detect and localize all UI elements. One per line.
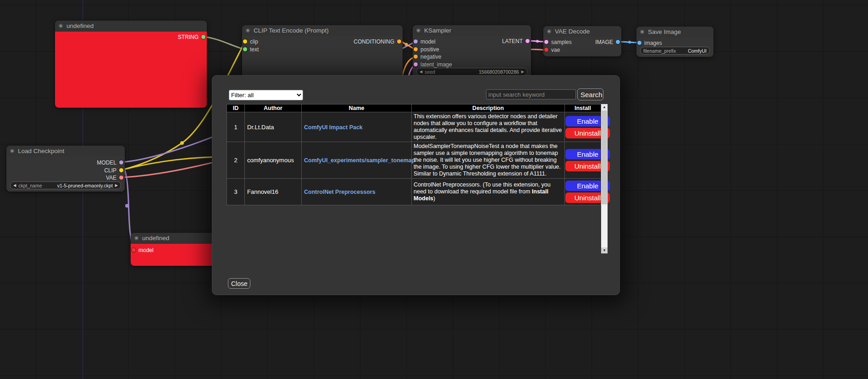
node-undefined-bottom[interactable]: undefined model [131,233,216,266]
column-header: Install [565,104,601,112]
link-midpoint-dot [536,40,539,43]
scrollbar-thumb[interactable] [602,110,607,204]
extension-name: ComfyUI Impact Pack [302,112,412,142]
filter-select[interactable]: Filter: all [229,90,303,100]
node-collapse-dot[interactable] [59,24,63,28]
input-slot-samples[interactable] [544,40,548,44]
extension-id: 1 [227,112,245,142]
output-slot-clip[interactable] [119,168,123,172]
extension-install-cell: EnableUninstall [565,179,601,205]
extension-author: comfyanonymous [245,142,302,179]
comfyui-canvas[interactable]: undefined STRING CLIP Text Encode (Promp… [0,0,868,379]
search-input[interactable] [486,89,576,99]
input-slot-positive[interactable] [414,47,418,51]
node-undefined-top[interactable]: undefined STRING [55,21,207,108]
ckpt-name-widget[interactable]: ◀ ckpt_name v1-5-pruned-emaonly.ckpt ▶ [10,181,121,189]
input-slot-vae[interactable] [544,48,548,52]
input-slot-negative[interactable] [414,55,418,59]
node-title: KSampler [424,27,451,34]
error-node-body [55,32,207,108]
extension-row: 2comfyanonymousComfyUI_experiments/sampl… [227,142,601,179]
extension-install-cell: EnableUninstall [565,112,601,142]
extension-name: ControlNet Preprocessors [302,179,412,205]
next-arrow-icon[interactable]: ▶ [521,68,524,75]
prev-arrow-icon[interactable]: ◀ [420,68,422,75]
column-header: Description [412,104,565,112]
link-midpoint-dot [125,204,129,208]
output-slot-conditioning[interactable] [397,39,401,44]
close-button[interactable]: Close [228,278,250,289]
extension-row: 1Dr.Lt.DataComfyUI Impact PackThis exten… [227,112,601,142]
scroll-down-icon[interactable]: ▼ [601,247,608,253]
extension-author: Dr.Lt.Data [245,112,302,142]
node-collapse-dot[interactable] [640,30,644,34]
node-title: VAE Decode [555,28,590,35]
input-slot-text[interactable] [243,47,247,51]
extension-table-body: 1Dr.Lt.DataComfyUI Impact PackThis exten… [227,112,601,205]
node-collapse-dot[interactable] [10,149,14,153]
extension-author: Fannovel16 [245,179,302,205]
scroll-up-icon[interactable]: ▲ [601,104,608,110]
extension-row: 3Fannovel16ControlNet PreprocessorsContr… [227,179,601,205]
input-slot-clip[interactable] [243,39,247,44]
extension-link[interactable]: ComfyUI_experiments/sampler_tonemap [304,157,415,164]
extension-description: This extension offers various detector n… [412,112,565,142]
output-slot-model[interactable] [119,160,123,165]
node-collapse-dot[interactable] [246,28,250,33]
prev-arrow-icon[interactable]: ◀ [13,182,16,189]
next-arrow-icon[interactable]: ▶ [115,182,118,189]
extension-id: 2 [227,142,245,179]
search-button[interactable]: Search [577,88,603,100]
extension-table-head-row: IDAuthorNameDescriptionInstall [227,104,601,112]
widget-label: seed [425,69,435,75]
extension-link[interactable]: ComfyUI Impact Pack [304,124,363,131]
node-save-image[interactable]: Save Image images filename_prefix ComfyU… [636,27,713,57]
node-title: undefined [66,22,94,29]
node-collapse-dot[interactable] [416,28,420,33]
link-midpoint-dot [628,41,631,44]
column-header: Author [245,104,302,112]
link-midpoint-dot [180,141,184,145]
column-header: ID [227,104,245,112]
extension-name: ComfyUI_experiments/sampler_tonemap [302,142,412,179]
widget-value: 156680208700286 [479,69,519,75]
extension-id: 3 [227,179,245,205]
input-slot-model[interactable] [414,39,418,44]
node-vae-decode[interactable]: VAE Decode samples vae IMAGE [543,26,621,56]
output-slot-latent[interactable] [525,39,530,43]
extension-table-area: IDAuthorNameDescriptionInstall 1Dr.Lt.Da… [227,104,608,253]
widget-label: filename_prefix [643,48,676,54]
node-collapse-dot[interactable] [134,236,138,240]
widget-value: v1-5-pruned-emaonly.ckpt [57,183,113,188]
output-slot-image[interactable] [616,40,620,44]
extension-description: ControlNet Preprocessors. (To use this e… [412,179,565,205]
extension-install-cell: EnableUninstall [565,142,601,179]
widget-value: ComfyUI [688,48,707,54]
table-scrollbar[interactable]: ▲ ▼ [601,104,608,253]
widget-label: ckpt_name [18,183,42,188]
node-title: Save Image [648,28,681,35]
wire-string-to-text [204,37,245,49]
node-collapse-dot[interactable] [547,29,551,33]
input-slot-images[interactable] [637,41,641,45]
node-title: undefined [142,235,169,242]
link-midpoint-dot [405,43,408,46]
column-header: Name [302,104,412,112]
output-slot-vae[interactable] [119,176,123,180]
input-slot-latent-image[interactable] [414,62,418,66]
node-load-checkpoint[interactable]: Load Checkpoint MODEL CLIP VAE ◀ ckpt_na… [6,146,125,192]
filename-prefix-widget[interactable]: filename_prefix ComfyUI [640,47,710,55]
extension-link[interactable]: ControlNet Preprocessors [304,189,376,195]
extension-description: ModelSamplerTonemapNoiseTest a node that… [412,142,565,179]
seed-widget[interactable]: ◀ seed 156680208700286 ▶ [416,68,527,76]
input-slot-model[interactable] [132,248,136,252]
output-slot-string[interactable] [201,35,205,39]
node-title: CLIP Text Encode (Prompt) [254,27,329,34]
manager-dialog: Filter: all Search IDAuthorNameDescripti… [212,75,620,295]
extension-table: IDAuthorNameDescriptionInstall 1Dr.Lt.Da… [227,104,601,205]
node-title: Load Checkpoint [18,148,64,154]
